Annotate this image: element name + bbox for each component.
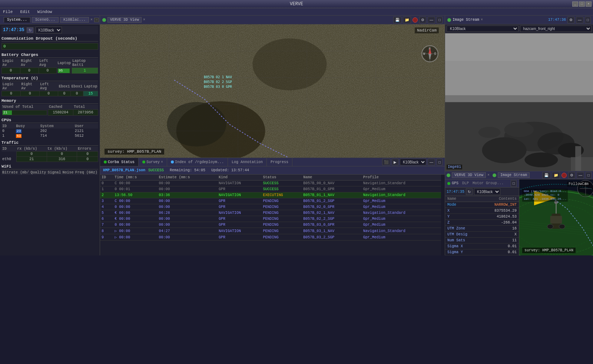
settings-btn[interactable]: ⚙ (419, 17, 426, 23)
gps-refresh-btn[interactable]: ↻ (466, 188, 473, 195)
image-stream-header: Image Stream × 17:47:36 ⚙ — □ (445, 16, 593, 24)
refresh-button[interactable]: ↻ (27, 27, 33, 33)
plan-row[interactable]: 9 ▷ 00:00 00:00 GPR PENDING B057B_03_2_S… (100, 234, 441, 241)
gps-expand-btn[interactable]: □ (511, 180, 517, 187)
menu-file[interactable]: File (1, 10, 14, 14)
br-settings-btn[interactable]: ⚙ (568, 172, 575, 179)
plan-row[interactable]: 6 € 00:00 00:00 GPR PENDING B057B_02_2_S… (100, 216, 441, 222)
corba-tab[interactable]: Corba Status (100, 158, 139, 166)
plan-status: SUCCESS (148, 168, 164, 172)
memory-title: Memory (1, 99, 98, 104)
row-profile: Gpr_Medium (362, 204, 441, 210)
menu-edit[interactable]: Edit (19, 10, 31, 14)
row-status: PENDING (261, 222, 302, 228)
gps-data-row: Sigma X 0.01 (445, 244, 519, 249)
batt-h2: Left Avg (39, 59, 57, 68)
plan-row[interactable]: 3 C 00:00 00:00 GPR PENDING B057B_01_2_S… (100, 198, 441, 204)
tab-max-btn[interactable]: □ (437, 159, 443, 165)
index-tab[interactable]: Index of /rgdeploym... (167, 158, 228, 166)
plan-row[interactable]: 8 ▷ 00:00 04:27 NAVIGATION PENDING B057B… (100, 228, 441, 234)
plan-row[interactable]: 4 0 00:00 00:00 GPR PENDING B057B_02_0_G… (100, 204, 441, 210)
plan-row[interactable]: 5 € 00:00 06:28 NAVIGATION PENDING B057B… (100, 210, 441, 216)
menu-window[interactable]: Window (36, 10, 54, 14)
cam-type-select[interactable]: hazcam_front_right (520, 26, 592, 32)
traf-h2: tx (kb/s) (47, 146, 77, 152)
3dview-tab[interactable]: VERVE 3D View (107, 17, 142, 23)
save-btn[interactable]: 💾 (393, 17, 401, 23)
wifi-h2: Signal (47, 170, 62, 175)
mem-h0: %Used of Total (1, 105, 48, 110)
row-id: 8 (100, 228, 113, 234)
scene-tab[interactable]: SceneG... (32, 17, 59, 23)
close-btn[interactable]: × (586, 1, 592, 7)
tab-k10-select[interactable]: K10Black (400, 159, 426, 165)
row-id: 9 (100, 234, 113, 241)
progress-tab[interactable]: Progress (267, 158, 292, 166)
br-folder-btn[interactable]: 📁 (552, 172, 560, 179)
imgstream-min[interactable]: — (576, 17, 583, 23)
br-min-btn[interactable]: — (577, 172, 584, 179)
row-estimate: 00:00 (158, 186, 218, 192)
imgstream-tab2[interactable]: Image Stream (498, 172, 530, 178)
cpu-id-1: 1 (1, 133, 15, 138)
folder-btn[interactable]: 📁 (403, 17, 411, 23)
k10-cam-select[interactable]: K10Black (447, 26, 519, 32)
tab-min-btn[interactable]: — (428, 159, 435, 165)
plan-row[interactable]: 0 C 00:00 00:00 NAVIGATION SUCCESS B057B… (100, 181, 441, 186)
row-status: PENDING (261, 234, 302, 241)
tab-save-btn[interactable]: ⬛ (382, 159, 390, 165)
gps-row-name: Num Sats (447, 238, 512, 242)
br-save-btn[interactable]: 💾 (542, 172, 550, 179)
verve3d-close[interactable]: × (487, 173, 490, 177)
gps-row-value: 0.01 (508, 250, 517, 254)
maximize-btn[interactable]: □ (579, 1, 585, 7)
row-kind: GPR (217, 216, 261, 222)
maximize-view-btn[interactable]: □ (437, 17, 443, 23)
row-estimate: 06:28 (158, 210, 218, 216)
k10-select[interactable]: K10Black (36, 27, 62, 33)
imgstream-settings[interactable]: ⚙ (567, 17, 574, 23)
plan-row[interactable]: 7 0 00:00 00:00 GPR PENDING B057B_03_0_G… (100, 222, 441, 228)
minimize-view-btn[interactable]: — (428, 17, 435, 23)
battery-title: Battery Charges (1, 53, 98, 58)
br-stop-btn[interactable] (561, 173, 567, 178)
plan-table-container[interactable]: ID Time (mm:s Estimate (mm:s Kind Status… (100, 175, 441, 255)
panel-minimize[interactable]: — (94, 18, 99, 22)
survey-tab[interactable]: Survey × (139, 158, 167, 166)
stop-btn[interactable] (413, 17, 418, 23)
survey-close[interactable]: × (161, 160, 163, 164)
plan-panel: HMP_B057B_PLAN.json SUCCESS Remaining: 5… (100, 166, 445, 255)
traf-tx-1: 316 (47, 157, 77, 162)
gps-col-name: Name (447, 197, 499, 201)
imgstream-max[interactable]: □ (585, 17, 591, 23)
gps-k10-select[interactable]: K10Black (474, 188, 500, 195)
tab-play-btn[interactable]: ▶ (392, 159, 398, 165)
log-tab[interactable]: Log Annotation (228, 158, 267, 166)
minimize-btn[interactable]: _ (572, 1, 578, 7)
br-max-btn[interactable]: □ (586, 172, 592, 179)
map-view[interactable]: B057B 02 1 NAV B057B 02 2 SGP B057B 03 0… (100, 24, 445, 158)
row-status: EXECUTING (261, 192, 302, 198)
row-estimate: 00:00 (158, 204, 218, 210)
temp-v0: 0 (2, 91, 21, 96)
k10-tab[interactable]: K10Blac... (60, 17, 89, 23)
plan-scrollbar[interactable] (441, 175, 445, 255)
plan-row[interactable]: 2 13:56.50 03:36 NAVIGATION EXECUTING B0… (100, 192, 441, 198)
row-name: B057B_01_2_SGP (302, 198, 362, 204)
imgstream-close[interactable]: × (481, 18, 483, 22)
svg-text:B057B 02 1 NAV: B057B 02 1 NAV (204, 75, 232, 79)
verve3d-tab2[interactable]: VERVE 3D View (452, 172, 486, 178)
row-id: 7 (100, 222, 113, 228)
3dview-close[interactable]: × (143, 18, 145, 22)
temp-table: Logic Av Right Av Left Avg Ebox1 Ebox1 L… (1, 82, 98, 96)
gps-row-name: X (447, 209, 494, 213)
plan-h-time: Time (mm:s (113, 175, 157, 181)
panel-close[interactable]: × (90, 18, 93, 22)
gps-data-row: UTM Zone 16 (445, 226, 519, 232)
system-tab[interactable]: System... (4, 17, 30, 23)
plan-row[interactable]: 1 0 00:01 00:00 GPR SUCCESS B057B_01_0_G… (100, 186, 441, 192)
gps-row-value: 418624.53 (497, 215, 517, 219)
corba-label: Corba Status (108, 160, 135, 164)
plan-h-name: Name (302, 175, 362, 181)
temp-v1: 0 (20, 91, 39, 96)
